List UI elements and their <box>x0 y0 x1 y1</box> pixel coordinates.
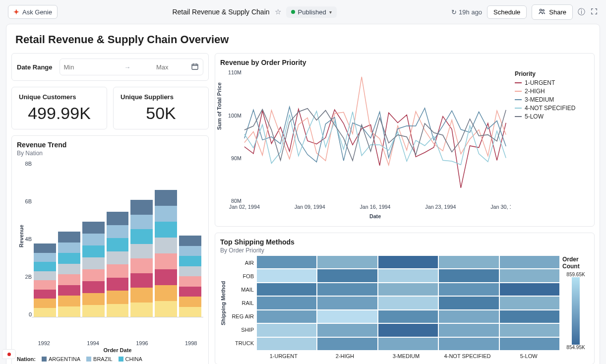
svg-text:80M: 80M <box>231 198 242 204</box>
shipping-yticks: AIRFOBMAILRAILREG AIRSHIPTRUCK <box>229 256 254 350</box>
bar-1994 <box>82 222 105 317</box>
revenue-trend-bars <box>32 159 203 317</box>
ask-genie-button[interactable]: ✦ Ask Genie <box>8 5 58 19</box>
date-range-filter: Date Range → <box>11 53 209 81</box>
svg-text:90M: 90M <box>231 155 242 161</box>
heatmap-cell <box>500 338 559 350</box>
heatmap-cell <box>439 324 498 336</box>
kpi-customers-value: 499.99K <box>19 104 100 123</box>
arrow-right-icon: → <box>99 63 156 71</box>
shipping-heatmap[interactable]: Shipping Method AIRFOBMAILRAILREG AIRSHI… <box>220 256 589 350</box>
shipping-panel: Top Shipping Methods By Order Priority S… <box>215 233 595 364</box>
revenue-priority-panel: Revenue by Order Priority Sum of Total P… <box>215 53 595 227</box>
heatmap-cell <box>500 256 559 268</box>
heatmap-cell <box>257 338 316 350</box>
svg-point-0 <box>540 9 542 11</box>
heatmap-cell <box>257 283 316 296</box>
kpi-customers-label: Unique Customers <box>19 93 100 101</box>
revenue-priority-ylabel: Sum of Total Price <box>216 82 222 130</box>
calendar-icon[interactable] <box>191 62 199 72</box>
heatmap-cell <box>439 338 498 350</box>
kpi-unique-customers: Unique Customers 499.99K <box>11 87 107 129</box>
heatmap-cell <box>257 269 316 282</box>
bar-1993 <box>58 232 80 317</box>
legend-title: Priority <box>515 70 589 77</box>
revenue-trend-xlabel: Order Date <box>17 347 203 353</box>
svg-text:110M: 110M <box>228 69 242 75</box>
schedule-button[interactable]: Schedule <box>487 5 527 19</box>
bar-1998 <box>179 236 201 317</box>
heatmap-grid <box>257 256 559 350</box>
revenue-priority-chart[interactable]: Sum of Total Price 110M100M90M80MJan 02,… <box>220 67 511 221</box>
shipping-subtitle: By Order Priority <box>220 247 589 254</box>
revenue-trend-subtitle: By Nation <box>17 150 203 157</box>
heatmap-cell <box>317 269 377 282</box>
bar-1995 <box>107 212 129 317</box>
chevron-down-icon: ▾ <box>329 9 332 15</box>
dashboard-card: Retail Revenue & Supply Chain Overview D… <box>6 24 600 364</box>
date-max-input[interactable] <box>156 63 191 71</box>
heatmap-cell <box>378 269 438 282</box>
scale-gradient <box>572 277 580 345</box>
refresh-button[interactable]: ↻ 19h ago <box>451 8 482 16</box>
svg-point-1 <box>543 9 544 11</box>
page-title: Retail Revenue & Supply Chain Overview <box>15 33 595 46</box>
heatmap-cell <box>439 297 498 309</box>
svg-text:Jan 09, 1994: Jan 09, 1994 <box>295 204 325 210</box>
svg-rect-2 <box>192 64 198 69</box>
heatmap-cell <box>317 297 377 309</box>
scale-max: 859.65K <box>566 272 585 277</box>
shipping-xaxis: 1-URGENT2-HIGH3-MEDIUM4-NOT SPECIFIED5-L… <box>220 353 589 359</box>
heatmap-cell <box>257 310 316 323</box>
scale-min: 854.95K <box>566 345 585 350</box>
revenue-trend-xaxis: 1992199419961998 <box>17 340 203 346</box>
svg-text:Jan 23, 1994: Jan 23, 1994 <box>425 204 456 210</box>
scale-title: Order Count <box>562 256 589 270</box>
heatmap-cell <box>378 283 438 296</box>
date-min-input[interactable] <box>64 63 99 71</box>
heatmap-cell <box>378 297 438 309</box>
svg-text:100M: 100M <box>228 112 242 118</box>
date-range-control[interactable]: → <box>60 59 203 75</box>
shipping-title: Top Shipping Methods <box>220 238 589 246</box>
top-right-actions: ↻ 19h ago Schedule Share ⓘ <box>451 4 598 20</box>
ask-genie-label: Ask Genie <box>22 8 52 16</box>
kpi-suppliers-value: 50K <box>121 104 201 123</box>
info-icon[interactable]: ⓘ <box>578 7 585 17</box>
star-icon[interactable]: ☆ <box>275 7 281 16</box>
heatmap-cell <box>439 256 498 268</box>
revenue-priority-title: Revenue by Order Priority <box>220 59 589 66</box>
heatmap-cell <box>378 256 438 268</box>
refresh-icon: ↻ <box>451 8 457 16</box>
heatmap-cell <box>500 283 559 296</box>
heatmap-cell <box>378 310 438 323</box>
heatmap-cell <box>378 324 438 336</box>
revenue-trend-chart[interactable]: Revenue 8B 6B 4B 2B 0 <box>17 159 203 337</box>
heatmap-cell <box>500 297 559 309</box>
bar-1992 <box>34 243 56 317</box>
svg-text:Date: Date <box>369 213 381 219</box>
bar-1996 <box>130 200 153 317</box>
heatmap-cell <box>257 324 316 336</box>
revenue-priority-legend: Priority 1-URGENT 2-HIGH 3-MEDIUM 4-NOT … <box>515 67 589 221</box>
title-group: Retail Revenue & Supply Chain ☆ Publishe… <box>172 6 336 18</box>
kpi-row: Unique Customers 499.99K Unique Supplier… <box>11 87 209 129</box>
revenue-trend-legend: Nation: ARGENTINA BRAZIL CHINA <box>17 356 203 362</box>
status-dot-icon <box>291 10 295 14</box>
share-button[interactable]: Share <box>532 4 573 20</box>
dashboard-title: Retail Revenue & Supply Chain <box>172 8 269 16</box>
heatmap-cell <box>317 256 377 268</box>
bar-1997 <box>155 190 177 317</box>
kpi-unique-suppliers: Unique Suppliers 50K <box>113 87 209 129</box>
revenue-trend-panel: Revenue Trend By Nation Revenue 8B 6B 4B… <box>11 135 209 364</box>
kpi-suppliers-label: Unique Suppliers <box>121 93 201 101</box>
svg-text:Jan 02, 1994: Jan 02, 1994 <box>229 204 260 210</box>
notification-bubble[interactable] <box>2 349 16 359</box>
heatmap-cell <box>439 283 498 296</box>
heatmap-cell <box>257 297 316 309</box>
fullscreen-icon[interactable] <box>590 7 598 17</box>
publish-status-dropdown[interactable]: Published ▾ <box>286 6 337 18</box>
heatmap-cell <box>257 256 316 268</box>
heatmap-cell <box>500 324 559 336</box>
heatmap-cell <box>439 269 498 282</box>
